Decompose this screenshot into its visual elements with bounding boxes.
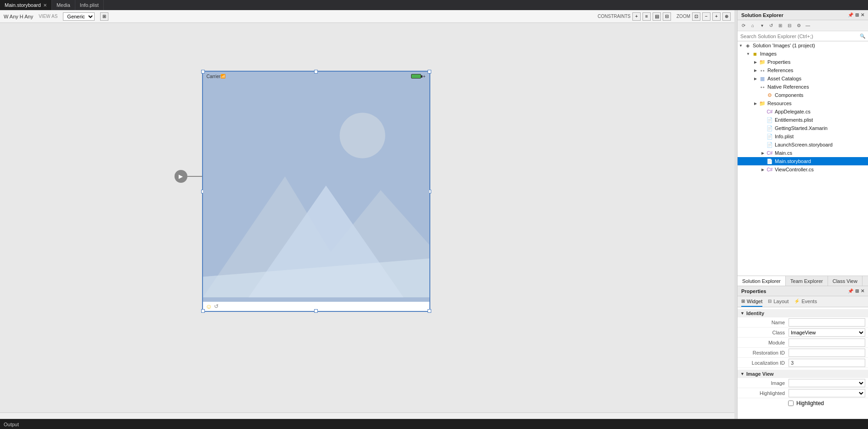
tree-item-asset-catalogs[interactable]: ▶ ▦ Asset Catalogs xyxy=(738,74,868,83)
output-label: Output xyxy=(4,422,19,427)
canvas-area[interactable]: ▶ Carrier 📶 xyxy=(0,23,734,412)
tree-label-mainstoryboard: Main.storyboard xyxy=(775,158,811,164)
zoom-fit-btn[interactable]: ⊡ xyxy=(692,12,700,21)
pin-icon[interactable]: 📌 xyxy=(848,12,853,17)
tab-close-button[interactable]: ✕ xyxy=(43,3,47,8)
handle-top-right[interactable] xyxy=(428,70,431,73)
tree-label-maincs: Main.cs xyxy=(775,150,792,156)
tree-item-maincs[interactable]: ▶ C# Main.cs xyxy=(738,149,868,157)
tree-item-native-references[interactable]: ▶ ⬥⬥ Native References xyxy=(738,83,868,91)
props-close-icon[interactable]: ✕ xyxy=(861,288,864,294)
se-expand-btn[interactable]: ⊞ xyxy=(776,22,784,30)
se-more-btn[interactable]: — xyxy=(804,22,812,30)
se-home-btn[interactable]: ⌂ xyxy=(749,22,757,30)
project-icon: ■ xyxy=(751,50,759,57)
se-sync-btn[interactable]: ⟳ xyxy=(739,22,748,30)
props-header-icons: 📌 ⊞ ✕ xyxy=(848,288,864,294)
tree-item-resources[interactable]: ▶ 📁 Resources xyxy=(738,99,868,107)
tree-item-launchscreen[interactable]: ▶ 📄 LaunchScreen.storyboard xyxy=(738,141,868,149)
layout-tab-label: Layout xyxy=(773,299,789,304)
image-view[interactable] xyxy=(203,81,429,302)
se-collapse-btn[interactable]: ⊟ xyxy=(785,22,794,30)
tree-item-mainstoryboard[interactable]: ▶ 📄 Main.storyboard xyxy=(738,157,868,165)
localization-id-input[interactable] xyxy=(789,359,865,367)
phone-frame[interactable]: Carrier 📶 + xyxy=(202,71,430,312)
tree-item-images-project[interactable]: ▼ ■ Images xyxy=(738,50,868,58)
handle-bot-right[interactable] xyxy=(428,309,431,313)
props-dock-icon[interactable]: ⊞ xyxy=(855,288,859,294)
name-input[interactable] xyxy=(789,318,865,327)
se-tab-class-view[interactable]: Class View xyxy=(828,276,862,286)
tree-item-appdelegate[interactable]: ▶ C# AppDelegate.cs xyxy=(738,107,868,116)
expand-properties[interactable]: ▶ xyxy=(752,59,759,65)
se-search-bar: 🔍 xyxy=(738,31,868,41)
se-filter-btn[interactable]: ▾ xyxy=(758,22,766,30)
solution-explorer-title: Solution Explorer xyxy=(741,12,783,18)
expand-images[interactable]: ▼ xyxy=(745,51,751,57)
props-row-module: Module xyxy=(738,338,868,348)
tree-item-viewcontroller[interactable]: ▶ C# ViewController.cs xyxy=(738,165,868,174)
class-select[interactable]: ImageView xyxy=(789,328,865,337)
expand-references[interactable]: ▶ xyxy=(752,67,759,73)
expand-assets[interactable]: ▶ xyxy=(752,75,759,82)
emoji-icon-1: ☺ xyxy=(206,303,212,310)
se-tab-solution-explorer[interactable]: Solution Explorer xyxy=(738,276,786,286)
props-tab-events[interactable]: ⚡ Events xyxy=(794,296,817,307)
storyboard-canvas: ▶ Carrier 📶 xyxy=(161,57,574,378)
highlighted-checkbox[interactable] xyxy=(788,401,794,406)
se-refresh-btn[interactable]: ↺ xyxy=(767,22,775,30)
editor-toolbar: W Any H Any VIEW AS Generic ⊞ CONSTRAINT… xyxy=(0,10,734,23)
expand-maincs[interactable]: ▶ xyxy=(760,150,766,156)
props-tab-layout[interactable]: ⊟ Layout xyxy=(768,296,789,307)
constraints-btn-4[interactable]: ⊟ xyxy=(663,12,671,21)
tree-label-images: Images xyxy=(760,51,777,56)
constraints-label: CONSTRAINTS xyxy=(597,14,631,19)
horizontal-scrollbar[interactable] xyxy=(0,412,734,419)
identity-collapse-icon[interactable]: ▼ xyxy=(740,311,744,316)
tree-item-solution[interactable]: ▼ ◈ Solution 'Images' (1 project) xyxy=(738,41,868,50)
dock-icon[interactable]: ⊞ xyxy=(855,12,859,17)
handle-bot-center[interactable] xyxy=(314,309,318,313)
se-tab-label-solution: Solution Explorer xyxy=(742,278,781,284)
tree-item-references[interactable]: ▶ ⬥⬥ References xyxy=(738,66,868,74)
image-select[interactable] xyxy=(789,379,865,387)
native-refs-icon: ⬥⬥ xyxy=(759,83,766,90)
se-search-input[interactable] xyxy=(740,34,858,39)
view-as-select[interactable]: Generic xyxy=(63,12,95,21)
handle-bot-left[interactable] xyxy=(201,309,205,313)
se-settings-btn[interactable]: ⚙ xyxy=(795,22,803,30)
properties-header: Properties 📌 ⊞ ✕ xyxy=(738,286,868,296)
props-pin-icon[interactable]: 📌 xyxy=(848,288,853,294)
highlighted-select[interactable] xyxy=(789,389,865,397)
handle-top-center[interactable] xyxy=(314,70,318,73)
tree-item-infoplist[interactable]: ▶ 📄 Info.plist xyxy=(738,132,868,141)
image-view-collapse-icon[interactable]: ▼ xyxy=(740,372,744,376)
properties-panel: Properties 📌 ⊞ ✕ ⊞ Widget ⊟ Layout xyxy=(738,286,868,419)
zoom-reset-btn[interactable]: ⊕ xyxy=(722,12,731,21)
se-tab-team-explorer[interactable]: Team Explorer xyxy=(786,276,828,286)
zoom-out-btn[interactable]: − xyxy=(702,12,710,21)
close-panel-icon[interactable]: ✕ xyxy=(861,12,864,17)
tab-media[interactable]: Media xyxy=(52,0,75,10)
restoration-id-input[interactable] xyxy=(789,349,865,357)
constraints-btn-1[interactable]: + xyxy=(632,12,641,21)
localization-id-label: Localization ID xyxy=(745,360,789,366)
constraints-btn-2[interactable]: ≡ xyxy=(643,12,651,21)
tab-main-storyboard[interactable]: Main.storyboard ✕ xyxy=(0,0,52,10)
tree-item-properties[interactable]: ▶ 📁 Properties xyxy=(738,58,868,66)
tab-infoplist[interactable]: Info.plist xyxy=(75,0,104,10)
handle-top-left[interactable] xyxy=(201,70,205,73)
properties-title: Properties xyxy=(741,288,766,294)
zoom-in-btn[interactable]: + xyxy=(712,12,721,21)
props-tab-widget[interactable]: ⊞ Widget xyxy=(741,296,762,307)
expand-viewcontroller[interactable]: ▶ xyxy=(760,166,766,173)
module-input[interactable] xyxy=(789,339,865,347)
expand-solution[interactable]: ▼ xyxy=(738,42,744,49)
expand-resources[interactable]: ▶ xyxy=(752,100,759,107)
tree-item-components[interactable]: ▶ ⚙ Components xyxy=(738,91,868,99)
tree-item-gettingstarted[interactable]: ▶ 📄 GettingStarted.Xamarin xyxy=(738,124,868,132)
storyboard-toggle-button[interactable]: ⊞ xyxy=(100,12,108,21)
widget-tab-icon: ⊞ xyxy=(741,299,745,304)
tree-item-entitlements[interactable]: ▶ 📄 Entitlements.plist xyxy=(738,116,868,124)
constraints-btn-3[interactable]: ▤ xyxy=(653,12,661,21)
